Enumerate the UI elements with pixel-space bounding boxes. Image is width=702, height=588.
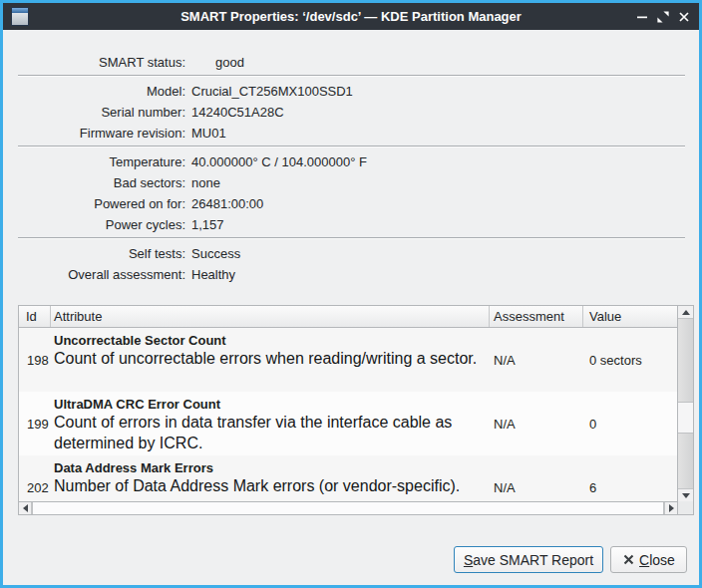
serial-number-row: Serial number: 14240C51A28C [6,102,696,123]
overall-assessment-value: Healthy [191,264,235,285]
save-smart-report-button[interactable]: Save SMART Report [454,546,603,573]
header-value[interactable]: Value [583,306,677,327]
attr-value: 6 [583,455,677,501]
scroll-up-icon[interactable] [678,306,693,319]
close-button-mnemonic: C [639,552,649,568]
model-label: Model: [6,81,185,102]
bad-sectors-label: Bad sectors: [6,172,185,193]
save-button-mnemonic: S [464,552,473,568]
powered-on-value: 26481:00:00 [191,193,263,214]
power-cycles-label: Power cycles: [6,214,185,235]
attr-name: UltraDMA CRC Error Count [54,397,486,412]
model-row: Model: Crucial_CT256MX100SSD1 [6,81,696,102]
attr-id: 199 [19,392,51,455]
close-button-label: lose [649,552,675,568]
attributes-table-body: 198 Uncorrectable Sector Count Count of … [19,328,677,501]
scroll-right-icon[interactable] [664,502,677,514]
attr-description: Count of errors in data transfer via the… [54,412,486,453]
smart-summary: SMART status: good Model: Crucial_CT256M… [6,33,696,285]
attr-value: 0 [583,392,677,455]
powered-on-label: Powered on for: [6,193,185,214]
close-x-icon [622,553,635,566]
firmware-revision-label: Firmware revision: [6,123,185,144]
table-row[interactable]: 198 Uncorrectable Sector Count Count of … [19,328,677,392]
scroll-left-icon[interactable] [19,502,32,514]
attr-cell: Uncorrectable Sector Count Count of unco… [51,328,490,392]
dialog-content: SMART status: good Model: Crucial_CT256M… [6,33,696,582]
attr-assessment: N/A [490,455,583,501]
attr-name: Uncorrectable Sector Count [54,333,486,348]
firmware-revision-value: MU01 [191,123,226,144]
restore-icon[interactable] [655,9,671,25]
separator [18,146,685,147]
serial-number-label: Serial number: [6,102,185,123]
firmware-revision-row: Firmware revision: MU01 [6,123,696,144]
scroll-down-icon[interactable] [678,488,693,501]
table-row[interactable]: 199 UltraDMA CRC Error Count Count of er… [19,392,677,455]
table-row[interactable]: 202 Data Address Mark Errors Number of D… [19,455,677,501]
self-tests-value: Success [191,243,240,264]
self-tests-row: Self tests: Success [6,243,696,264]
attr-id: 202 [19,455,51,501]
self-tests-label: Self tests: [6,243,185,264]
horizontal-scrollbar[interactable] [19,501,677,514]
smart-properties-dialog: SMART Properties: ‘/dev/sdc’ — KDE Parti… [0,0,702,588]
vertical-scrollbar-thumb[interactable] [678,402,693,434]
model-value: Crucial_CT256MX100SSD1 [191,81,353,102]
serial-number-value: 14240C51A28C [191,102,284,123]
smart-status-value: good [215,52,244,73]
separator [18,75,685,77]
close-window-icon[interactable] [676,9,692,25]
header-attribute[interactable]: Attribute [51,306,490,327]
power-cycles-row: Power cycles: 1,157 [6,214,696,235]
attr-cell: UltraDMA CRC Error Count Count of errors… [51,392,490,455]
attr-value: 0 sectors [583,328,677,392]
smart-status-label: SMART status: [6,52,185,73]
temperature-label: Temperature: [6,151,185,172]
minimize-icon[interactable] [634,9,650,25]
attr-name: Data Address Mark Errors [54,460,486,475]
separator [18,237,685,239]
close-button[interactable]: Close [610,546,687,573]
save-button-label: ave SMART Report [473,552,593,568]
powered-on-row: Powered on for: 26481:00:00 [6,193,696,214]
attr-assessment: N/A [490,328,583,392]
attr-description: Count of uncorrectable errors when readi… [54,348,486,369]
attr-assessment: N/A [490,392,583,455]
vertical-scrollbar[interactable] [677,306,693,501]
window-title: SMART Properties: ‘/dev/sdc’ — KDE Parti… [3,9,699,24]
attributes-table-header: Id Attribute Assessment Value [19,306,677,328]
attr-description: Number of Data Address Mark errors (or v… [54,475,486,496]
overall-assessment-row: Overall assessment: Healthy [6,264,696,285]
bad-sectors-row: Bad sectors: none [6,172,696,193]
attributes-table: Id Attribute Assessment Value 198 Uncorr… [18,305,694,515]
power-cycles-value: 1,157 [191,214,224,235]
temperature-value: 40.000000° C / 104.000000° F [191,151,367,172]
header-id[interactable]: Id [19,306,51,327]
bad-sectors-value: none [191,172,220,193]
smart-status-row: SMART status: good [6,52,696,73]
temperature-row: Temperature: 40.000000° C / 104.000000° … [6,151,696,172]
header-assessment[interactable]: Assessment [490,306,583,327]
titlebar[interactable]: SMART Properties: ‘/dev/sdc’ — KDE Parti… [3,3,699,30]
scrollbar-corner [677,501,693,514]
attr-id: 198 [19,328,51,392]
attr-cell: Data Address Mark Errors Number of Data … [51,455,490,501]
horizontal-scrollbar-thumb[interactable] [32,502,664,514]
overall-assessment-label: Overall assessment: [6,264,185,285]
